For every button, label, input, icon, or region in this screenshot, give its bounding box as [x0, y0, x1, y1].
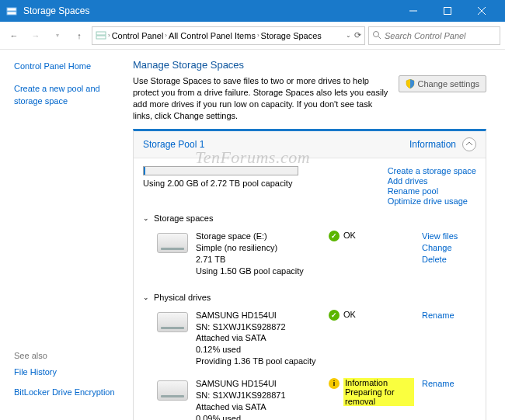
svg-line-9 [378, 36, 381, 39]
capacity-text: Using 2.00 GB of 2.72 TB pool capacity [143, 179, 357, 188]
pool-name[interactable]: Storage Pool 1 [143, 139, 204, 150]
search-icon [372, 30, 381, 41]
drive-status: Information [343, 378, 414, 387]
minimize-button[interactable] [396, 0, 430, 22]
intro-text: Use Storage Spaces to save files to two … [133, 75, 391, 121]
recent-dropdown[interactable]: ▾ [48, 26, 67, 45]
maximize-button[interactable] [430, 0, 465, 22]
navbar: ← → ▾ ↑ › Control Panel› All Control Pan… [0, 22, 505, 50]
svg-point-8 [374, 31, 379, 36]
sidebar-bitlocker-link[interactable]: BitLocker Drive Encryption [14, 387, 123, 398]
sidebar-filehistory-link[interactable]: File History [14, 366, 123, 378]
view-files-link[interactable]: View files [422, 231, 476, 242]
breadcrumb: All Control Panel Items› [169, 31, 259, 40]
rename-drive-link[interactable]: Rename [422, 378, 476, 390]
search-input[interactable]: Search Control Panel [368, 26, 500, 45]
space-name: Storage space (E:) [196, 231, 321, 242]
see-also-header: See also [14, 351, 123, 360]
refresh-button[interactable]: ⟳ [354, 30, 361, 40]
space-status: OK [343, 231, 356, 240]
svg-rect-3 [444, 8, 451, 15]
create-space-link[interactable]: Create a storage space [388, 166, 476, 175]
drive-name: SAMSUNG HD154UI [196, 378, 321, 390]
drive-icon [157, 233, 188, 253]
drive-icon [157, 380, 188, 401]
change-settings-button[interactable]: Change settings [399, 75, 487, 92]
titlebar: Storage Spaces [0, 0, 505, 22]
back-button[interactable]: ← [5, 26, 23, 45]
svg-rect-7 [96, 36, 106, 39]
sidebar-create-link[interactable]: Create a new pool and storage space [14, 83, 120, 107]
drive-used: 0.12% used [196, 344, 321, 356]
drive-name: SAMSUNG HD154UI [196, 310, 321, 321]
drive-sn: SN: S1XWJ1KS928872 [196, 321, 321, 333]
forward-button[interactable]: → [26, 26, 45, 45]
drive-sn: SN: S1XWJ1KS928871 [196, 390, 321, 401]
space-type: Simple (no resiliency) [196, 242, 321, 254]
physical-drive-row: SAMSUNG HD154UI SN: S1XWJ1KS928872 Attac… [143, 307, 476, 375]
collapse-button[interactable] [462, 137, 476, 151]
location-icon [96, 30, 106, 42]
physical-drives-section-header[interactable]: ⌄Physical drives [143, 293, 476, 302]
ok-icon: ✓ [329, 231, 340, 241]
breadcrumb: Control Panel› [112, 31, 167, 40]
breadcrumb: Storage Spaces [261, 31, 322, 40]
space-size: 2.71 TB [196, 254, 321, 266]
storage-space-row: Storage space (E:) Simple (no resiliency… [143, 227, 476, 284]
storage-pool-panel: Storage Pool 1 Information Using 2.00 GB… [133, 129, 486, 420]
physical-drive-row: SAMSUNG HD154UI SN: S1XWJ1KS928871 Attac… [143, 375, 476, 420]
ok-icon: ✓ [329, 310, 340, 321]
drive-prov: Providing 1.36 TB pool capacity [196, 356, 321, 367]
optimize-link[interactable]: Optimize drive usage [388, 196, 476, 206]
drive-used: 0.09% used [196, 413, 321, 421]
delete-link[interactable]: Delete [422, 254, 476, 266]
drive-status-detail: Preparing for removal [343, 387, 414, 406]
main-panel: Manage Storage Spaces Use Storage Spaces… [128, 50, 505, 420]
drive-attach: Attached via SATA [196, 332, 321, 344]
page-title: Manage Storage Spaces [133, 59, 486, 71]
space-using: Using 1.50 GB pool capacity [196, 266, 321, 277]
rename-drive-link[interactable]: Rename [422, 310, 476, 321]
address-bar[interactable]: › Control Panel› All Control Panel Items… [92, 26, 365, 45]
shield-icon [406, 79, 415, 89]
drive-status: OK [343, 310, 356, 319]
drive-attach: Attached via SATA [196, 401, 321, 413]
change-link[interactable]: Change [422, 242, 476, 254]
svg-rect-6 [96, 32, 106, 35]
svg-rect-0 [7, 8, 16, 11]
close-button[interactable] [465, 0, 499, 22]
capacity-bar [143, 166, 298, 175]
up-button[interactable]: ↑ [70, 26, 89, 45]
pool-info-link[interactable]: Information [409, 139, 456, 150]
window-title: Storage Spaces [23, 5, 89, 16]
chevron-icon: › [108, 32, 110, 39]
sidebar: Control Panel Home Create a new pool and… [0, 50, 128, 420]
rename-pool-link[interactable]: Rename pool [388, 186, 476, 196]
address-dropdown[interactable]: ⌄ [346, 32, 351, 39]
svg-rect-1 [7, 12, 16, 15]
storage-spaces-icon [6, 5, 17, 16]
chevron-down-icon: ⌄ [143, 214, 149, 222]
storage-spaces-section-header[interactable]: ⌄Storage spaces [143, 213, 476, 223]
add-drives-link[interactable]: Add drives [388, 176, 476, 186]
sidebar-home-link[interactable]: Control Panel Home [14, 61, 120, 72]
chevron-down-icon: ⌄ [143, 293, 149, 301]
info-icon: i [329, 378, 340, 389]
drive-icon [157, 312, 188, 332]
